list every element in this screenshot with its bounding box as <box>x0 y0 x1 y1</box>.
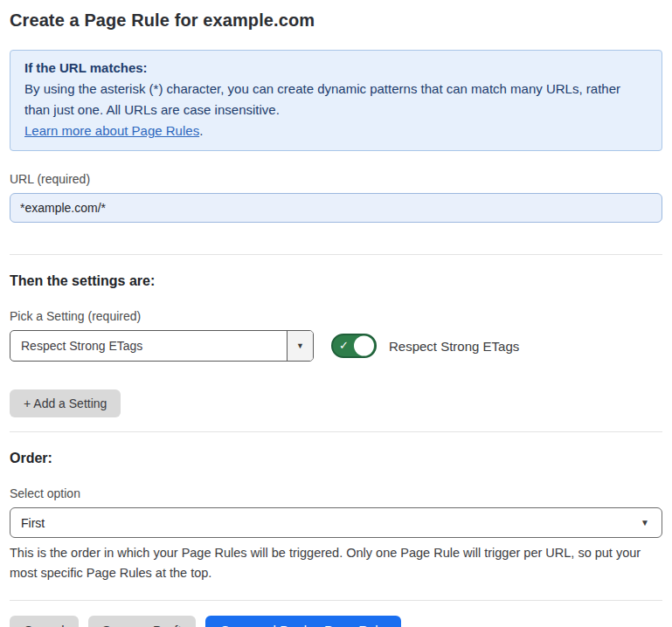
order-select[interactable]: First ▼ <box>10 507 662 538</box>
url-field-group: URL (required) <box>10 172 662 223</box>
url-field-label: URL (required) <box>10 172 662 186</box>
check-icon: ✓ <box>339 340 349 351</box>
cancel-button[interactable]: Cancel <box>10 616 79 627</box>
add-setting-button[interactable]: + Add a Setting <box>10 389 121 417</box>
pick-setting-label: Pick a Setting (required) <box>10 309 662 323</box>
learn-more-link[interactable]: Learn more about Page Rules <box>24 123 199 138</box>
order-helper-text: This is the order in which your Page Rul… <box>10 543 661 583</box>
chevron-down-icon: ▼ <box>641 508 662 537</box>
info-box-body: By using the asterisk (*) character, you… <box>24 79 648 121</box>
setting-row: Respect Strong ETags ▼ ✓ Respect Strong … <box>10 330 662 362</box>
order-select-label: Select option <box>10 486 662 500</box>
divider <box>10 431 662 432</box>
chevron-down-icon[interactable]: ▼ <box>287 331 313 361</box>
page-rule-form: Create a Page Rule for example.com If th… <box>0 0 672 627</box>
footer-actions: Cancel Save as Draft Save and Deploy Pag… <box>10 616 662 627</box>
save-draft-button[interactable]: Save as Draft <box>88 616 196 627</box>
divider <box>10 600 662 601</box>
order-select-value: First <box>10 508 641 537</box>
setting-select-value: Respect Strong ETags <box>10 331 287 361</box>
url-input[interactable] <box>10 193 662 223</box>
save-deploy-button[interactable]: Save and Deploy Page Rule <box>205 616 401 627</box>
setting-toggle-label: Respect Strong ETags <box>389 339 519 354</box>
divider <box>10 254 662 255</box>
toggle-knob <box>354 336 374 356</box>
link-suffix: . <box>199 123 203 138</box>
url-match-info-box: If the URL matches: By using the asteris… <box>10 50 662 151</box>
info-link-line: Learn more about Page Rules. <box>24 121 648 141</box>
page-title: Create a Page Rule for example.com <box>10 10 662 31</box>
setting-select[interactable]: Respect Strong ETags ▼ <box>10 330 314 362</box>
order-section-heading: Order: <box>10 451 662 466</box>
info-box-heading: If the URL matches: <box>24 58 648 79</box>
setting-toggle[interactable]: ✓ <box>331 334 377 358</box>
settings-section-heading: Then the settings are: <box>10 273 662 289</box>
